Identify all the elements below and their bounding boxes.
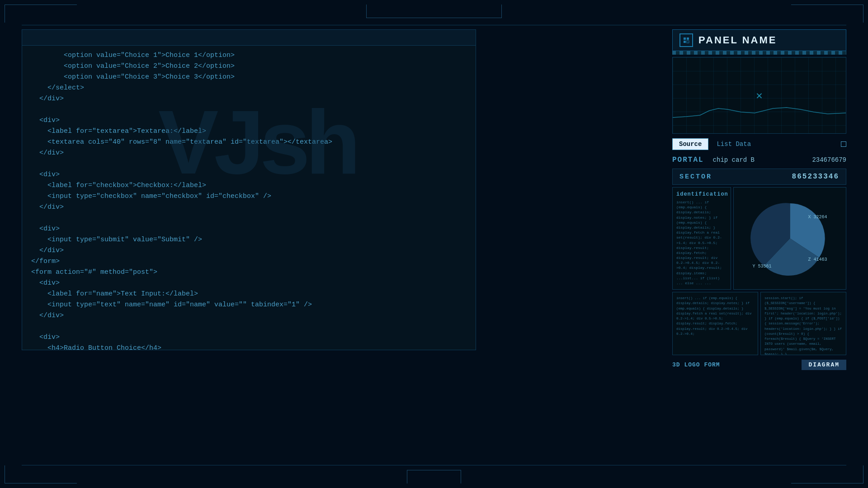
svg-rect-2 (684, 41, 686, 43)
tab-list-data[interactable]: List Data (713, 139, 755, 150)
code-content: <option value="Choice 1">Choice 1</optio… (22, 46, 476, 350)
portal-label: PORTAL (672, 156, 704, 164)
data-cards-row: identification insert() ... if (emp.equa… (672, 187, 846, 290)
svg-rect-3 (687, 41, 689, 43)
bottom-separator-line (22, 465, 846, 465)
diagram-button[interactable]: DIAGRAM (802, 360, 846, 370)
tab-indicator (841, 141, 846, 147)
code-left-content: insert() ... if (emp.equals) { display.d… (676, 296, 754, 337)
panel-title: PANEL NAME (698, 34, 777, 46)
panel-stripe (672, 51, 846, 55)
code-card-left: insert() ... if (emp.equals) { display.d… (672, 292, 758, 355)
pie-label-x: X 32264 (808, 215, 827, 220)
corner-bottom-right (791, 465, 863, 483)
top-center-decoration (366, 5, 502, 18)
right-panel: PANEL NAME ✕ Source List Data PORTAL chi… (672, 29, 846, 352)
map-section: ✕ (672, 57, 846, 134)
code-card-right: session.start(); if ($_SESSION['username… (760, 292, 846, 355)
tab-source[interactable]: Source (672, 138, 708, 150)
panel-icon (679, 33, 693, 47)
footer-logo-label: 3D LOGO FORM (672, 361, 720, 368)
corner-top-right (791, 5, 863, 23)
panel-header: PANEL NAME (672, 29, 846, 51)
portal-number: 234676679 (812, 156, 846, 164)
corner-top-left (5, 5, 77, 23)
identification-title: identification (676, 191, 727, 197)
sector-number: 865233346 (792, 173, 839, 181)
sector-label: SECTOR (679, 173, 712, 181)
corner-bottom-left (5, 465, 77, 483)
identification-code: insert() ... if (emp.equals) { display.d… (676, 200, 727, 286)
pie-label-y: Y 53561 (753, 264, 772, 269)
bottom-center-decoration (407, 470, 461, 483)
footer-row: 3D LOGO FORM DIAGRAM (672, 357, 846, 372)
code-right-content: session.start(); if ($_SESSION['username… (764, 296, 842, 355)
portal-chip: chip card B (713, 156, 755, 164)
tabs-row: Source List Data (672, 136, 846, 152)
identification-card: identification insert() ... if (emp.equa… (672, 187, 731, 290)
svg-rect-1 (687, 38, 689, 40)
pie-chart-card: X 32264 Z 41463 Y 53561 (733, 187, 846, 290)
svg-rect-0 (684, 38, 686, 40)
portal-row: PORTAL chip card B 234676679 (672, 154, 846, 166)
map-wave-svg (673, 99, 846, 122)
top-separator-line (22, 25, 846, 25)
code-panel: <option value="Choice 1">Choice 1</optio… (22, 29, 476, 350)
code-panel-header (22, 30, 476, 46)
bottom-code-cards: insert() ... if (emp.equals) { display.d… (672, 292, 846, 355)
sector-row: SECTOR 865233346 (672, 169, 846, 185)
pie-chart-container: X 32264 Z 41463 Y 53561 (750, 199, 830, 278)
pie-label-z: Z 41463 (808, 257, 827, 262)
